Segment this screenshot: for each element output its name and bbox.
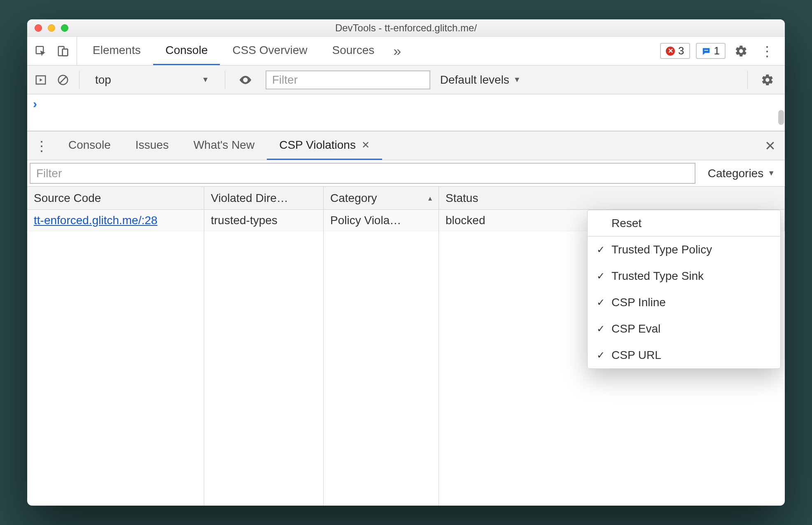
devtools-window: DevTools - tt-enforced.glitch.me/ Elemen… bbox=[27, 19, 785, 506]
scrollbar-thumb[interactable] bbox=[778, 110, 784, 125]
th-status[interactable]: Status bbox=[439, 187, 785, 209]
message-count-badge[interactable]: 1 bbox=[696, 43, 726, 59]
drawer-menu-icon[interactable]: ⋮ bbox=[27, 131, 56, 160]
category-item-label: CSP URL bbox=[611, 349, 661, 362]
message-icon bbox=[702, 47, 711, 56]
more-tabs-button[interactable]: » bbox=[387, 37, 408, 65]
execution-context-selector[interactable]: top ▼ bbox=[89, 73, 215, 87]
console-output-area[interactable]: › bbox=[27, 94, 785, 131]
chevron-down-icon: ▼ bbox=[768, 169, 775, 178]
window-zoom-button[interactable] bbox=[61, 24, 68, 32]
console-prompt-icon: › bbox=[27, 94, 785, 113]
svg-rect-2 bbox=[63, 49, 68, 56]
categories-reset-label: Reset bbox=[611, 217, 642, 230]
console-sidebar-toggle-icon[interactable] bbox=[35, 74, 47, 86]
tab-elements[interactable]: Elements bbox=[80, 37, 153, 65]
tab-sources[interactable]: Sources bbox=[320, 37, 387, 65]
csp-filter-input[interactable]: Filter bbox=[30, 163, 695, 184]
execution-context-label: top bbox=[95, 73, 111, 87]
window-titlebar: DevTools - tt-enforced.glitch.me/ bbox=[27, 19, 785, 37]
check-icon: ✓ bbox=[597, 323, 605, 335]
table-body: tt-enforced.glitch.me/:28 trusted-types … bbox=[27, 210, 785, 506]
clear-console-icon[interactable] bbox=[57, 74, 69, 86]
svg-rect-4 bbox=[704, 50, 708, 51]
window-title: DevTools - tt-enforced.glitch.me/ bbox=[27, 22, 785, 34]
window-minimize-button[interactable] bbox=[48, 24, 55, 32]
category-item-label: CSP Eval bbox=[611, 322, 660, 335]
category-item-csp-eval[interactable]: ✓ CSP Eval bbox=[588, 316, 780, 342]
drawer-tab-csp-violations[interactable]: CSP Violations ✕ bbox=[267, 131, 382, 160]
console-toolbar: top ▼ Filter Default levels ▼ bbox=[27, 66, 785, 94]
tab-css-overview[interactable]: CSS Overview bbox=[220, 37, 320, 65]
error-icon: ✕ bbox=[666, 47, 675, 56]
check-icon: ✓ bbox=[597, 244, 605, 255]
drawer-tab-bar: ⋮ Console Issues What's New CSP Violatio… bbox=[27, 131, 785, 160]
live-expression-icon[interactable] bbox=[235, 73, 256, 87]
drawer-tab-console[interactable]: Console bbox=[56, 131, 123, 160]
inspect-element-icon[interactable] bbox=[35, 45, 47, 57]
console-filter-input[interactable]: Filter bbox=[266, 70, 430, 89]
console-filter-placeholder: Filter bbox=[272, 73, 298, 87]
category-item-label: CSP Inline bbox=[611, 296, 666, 309]
csp-violations-table: Source Code Violated Dire… Category ▴ St… bbox=[27, 187, 785, 506]
drawer-tab-csp-violations-label: CSP Violations bbox=[279, 138, 356, 152]
categories-label: Categories bbox=[708, 167, 763, 180]
log-level-label: Default levels bbox=[440, 73, 509, 87]
th-source-code[interactable]: Source Code bbox=[27, 187, 204, 209]
th-category-label: Category bbox=[330, 192, 377, 205]
th-category[interactable]: Category ▴ bbox=[324, 187, 439, 209]
sort-asc-icon: ▴ bbox=[428, 194, 432, 203]
source-link[interactable]: tt-enforced.glitch.me/:28 bbox=[34, 214, 157, 227]
log-level-selector[interactable]: Default levels ▼ bbox=[440, 73, 521, 87]
category-item-label: Trusted Type Policy bbox=[611, 243, 712, 256]
category-item-trusted-type-policy[interactable]: ✓ Trusted Type Policy bbox=[588, 237, 780, 263]
categories-reset-item[interactable]: Reset bbox=[588, 210, 780, 237]
chevron-down-icon: ▼ bbox=[513, 75, 521, 84]
error-count-badge[interactable]: ✕ 3 bbox=[660, 43, 690, 59]
cell-category: Policy Viola… bbox=[324, 210, 439, 231]
check-icon: ✓ bbox=[597, 349, 605, 361]
window-close-button[interactable] bbox=[35, 24, 42, 32]
main-tab-bar: Elements Console CSS Overview Sources » … bbox=[27, 37, 785, 66]
category-item-label: Trusted Type Sink bbox=[611, 270, 704, 283]
settings-icon[interactable] bbox=[731, 45, 751, 58]
drawer-tab-issues[interactable]: Issues bbox=[123, 131, 181, 160]
category-item-trusted-type-sink[interactable]: ✓ Trusted Type Sink bbox=[588, 263, 780, 289]
csp-filter-placeholder: Filter bbox=[36, 167, 62, 180]
check-icon: ✓ bbox=[597, 297, 605, 308]
device-toolbar-icon[interactable] bbox=[57, 45, 69, 57]
csp-filter-row: Filter Categories ▼ bbox=[27, 160, 785, 187]
cell-directive: trusted-types bbox=[204, 210, 324, 231]
svg-line-7 bbox=[60, 77, 66, 83]
table-header-row: Source Code Violated Dire… Category ▴ St… bbox=[27, 187, 785, 210]
chevron-down-icon: ▼ bbox=[202, 75, 209, 84]
console-settings-icon[interactable] bbox=[758, 73, 777, 87]
check-icon: ✓ bbox=[597, 270, 605, 282]
main-menu-icon[interactable]: ⋮ bbox=[757, 43, 777, 59]
close-tab-icon[interactable]: ✕ bbox=[362, 139, 370, 151]
th-violated-directive[interactable]: Violated Dire… bbox=[204, 187, 324, 209]
tab-console[interactable]: Console bbox=[153, 37, 220, 65]
category-item-csp-inline[interactable]: ✓ CSP Inline bbox=[588, 289, 780, 316]
message-count: 1 bbox=[714, 45, 720, 57]
category-item-csp-url[interactable]: ✓ CSP URL bbox=[588, 342, 780, 368]
categories-dropdown-menu: Reset ✓ Trusted Type Policy ✓ Trusted Ty… bbox=[587, 210, 781, 369]
error-count: 3 bbox=[678, 45, 684, 57]
categories-dropdown-button[interactable]: Categories ▼ bbox=[698, 160, 785, 186]
close-drawer-icon[interactable]: ✕ bbox=[756, 131, 785, 160]
drawer-tab-whats-new[interactable]: What's New bbox=[181, 131, 267, 160]
